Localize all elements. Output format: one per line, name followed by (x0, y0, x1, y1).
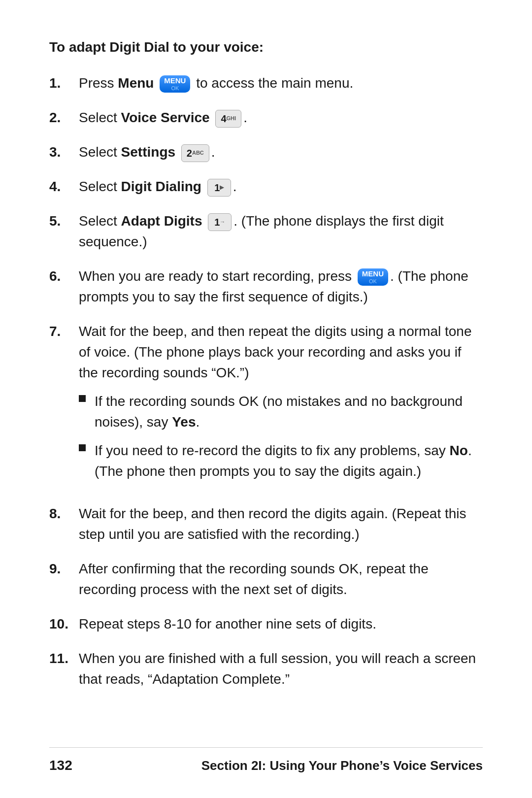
step-5-text: Select Adapt Digits 1→ . (The phone disp… (79, 211, 483, 252)
step-8-text: Wait for the beep, and then record the d… (79, 503, 483, 545)
step-2: 2. Select Voice Service 4GHI . (49, 107, 483, 128)
page-content: To adapt Digit Dial to your voice: 1. Pr… (0, 0, 532, 763)
step-7-sublist: If the recording sounds OK (no mistakes … (79, 391, 483, 482)
step-1-number: 1. (49, 73, 79, 94)
bullet-icon-2 (79, 444, 86, 451)
step-6: 6. When you are ready to start recording… (49, 266, 483, 307)
step-5: 5. Select Adapt Digits 1→ . (The phone d… (49, 211, 483, 252)
step-11-number: 11. (49, 648, 79, 669)
sub-item-2: If you need to re-record the digits to f… (79, 440, 483, 482)
step-7-number: 7. (49, 321, 79, 342)
steps-list: 1. Press Menu MENU OK to access the main… (49, 73, 483, 690)
step-6-number: 6. (49, 266, 79, 287)
sub-item-2-text: If you need to re-record the digits to f… (95, 440, 483, 482)
step-8: 8. Wait for the beep, and then record th… (49, 503, 483, 545)
menu-ok-icon-2: MENU OK (358, 268, 388, 286)
key-4-icon: 4GHI (215, 110, 241, 128)
step-1: 1. Press Menu MENU OK to access the main… (49, 73, 483, 94)
sub-item-1-text: If the recording sounds OK (no mistakes … (95, 391, 483, 432)
step-8-number: 8. (49, 503, 79, 524)
key-1-icon: 1▶ (207, 179, 231, 197)
menu-ok-icon: MENU OK (160, 75, 190, 93)
step-6-text: When you are ready to start recording, p… (79, 266, 483, 307)
step-11: 11. When you are finished with a full se… (49, 648, 483, 690)
step-3-text: Select Settings 2ABC . (79, 142, 483, 163)
step-1-text: Press Menu MENU OK to access the main me… (79, 73, 483, 94)
step-11-text: When you are finished with a full sessio… (79, 648, 483, 690)
step-9-text: After confirming that the recording soun… (79, 559, 483, 600)
step-2-number: 2. (49, 107, 79, 128)
step-10-number: 10. (49, 614, 79, 634)
step-4-number: 4. (49, 176, 79, 197)
step-4: 4. Select Digit Dialing 1▶ . (49, 176, 483, 197)
footer-section-title: Section 2I: Using Your Phone’s Voice Ser… (201, 758, 483, 773)
footer-page-number: 132 (49, 758, 72, 773)
key-1-arrow-icon: 1→ (208, 213, 232, 231)
bullet-icon-1 (79, 395, 86, 402)
step-9-number: 9. (49, 559, 79, 579)
step-10-text: Repeat steps 8-10 for another nine sets … (79, 614, 483, 634)
step-10: 10. Repeat steps 8-10 for another nine s… (49, 614, 483, 634)
key-2-icon: 2ABC (181, 144, 209, 162)
page-footer: 132 Section 2I: Using Your Phone’s Voice… (49, 747, 483, 773)
step-3-number: 3. (49, 142, 79, 163)
step-2-text: Select Voice Service 4GHI . (79, 107, 483, 128)
sub-item-1: If the recording sounds OK (no mistakes … (79, 391, 483, 432)
step-3: 3. Select Settings 2ABC . (49, 142, 483, 163)
step-7-text: Wait for the beep, and then repeat the d… (79, 321, 483, 490)
step-9: 9. After confirming that the recording s… (49, 559, 483, 600)
step-5-number: 5. (49, 211, 79, 232)
step-7: 7. Wait for the beep, and then repeat th… (49, 321, 483, 490)
step-4-text: Select Digit Dialing 1▶ . (79, 176, 483, 197)
section-heading: To adapt Digit Dial to your voice: (49, 39, 483, 55)
